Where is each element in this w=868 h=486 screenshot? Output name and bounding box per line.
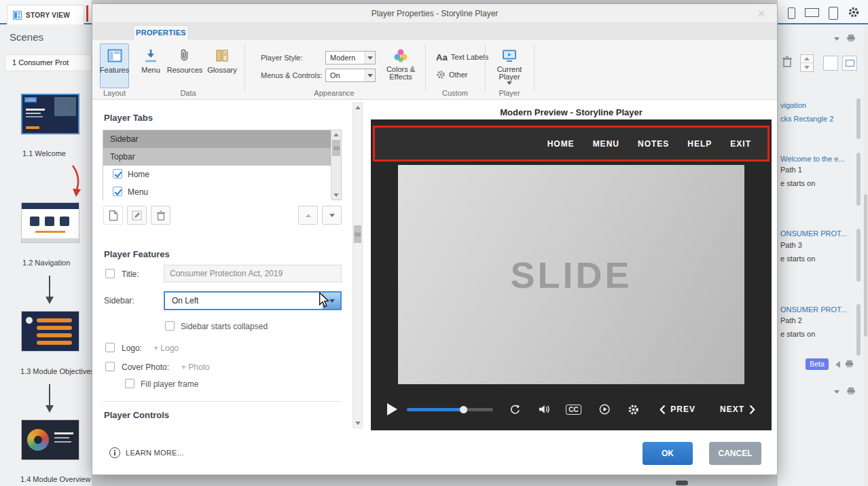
logo-label: Logo:	[122, 343, 142, 353]
circled-play-icon[interactable]	[599, 403, 610, 415]
window-scrollbar[interactable]	[863, 24, 868, 486]
scene-list-item[interactable]: 1 Consumer Prot	[5, 54, 92, 71]
add-logo-link[interactable]: + Logo	[153, 343, 179, 353]
slide-thumbnail-objectives[interactable]	[21, 311, 79, 352]
list-item-label: Home	[128, 170, 149, 179]
menu-icon	[143, 48, 159, 64]
panel-link[interactable]: ONSUMER PROT...	[780, 229, 847, 238]
seekbar[interactable]	[407, 408, 493, 411]
slide-thumbnail-navigation[interactable]	[21, 202, 79, 243]
story-view-label: STORY VIEW	[26, 12, 70, 19]
settings-gear-icon[interactable]	[848, 6, 860, 18]
add-photo-link[interactable]: + Photo	[181, 362, 210, 372]
quantity-stepper[interactable]	[800, 54, 814, 72]
other-button[interactable]: Other	[436, 69, 468, 81]
list-item-menu[interactable]: Menu	[103, 183, 332, 201]
panel-scroll-segment[interactable]	[856, 304, 861, 356]
volume-icon[interactable]	[539, 404, 549, 415]
title-input[interactable]	[164, 265, 342, 282]
scrollbar-handle[interactable]	[864, 194, 867, 337]
scroll-down-icon[interactable]	[353, 419, 362, 428]
printer-icon[interactable]	[846, 34, 856, 42]
panel-scroll-segment[interactable]	[856, 98, 861, 139]
next-button[interactable]: NEXT	[720, 405, 755, 415]
panel-scroll-segment[interactable]	[856, 229, 861, 282]
list-item-sidebar[interactable]: Sidebar	[103, 130, 332, 148]
thumb-art	[22, 203, 79, 209]
panel-link[interactable]: Welcome to the e...	[780, 155, 845, 163]
trash-icon[interactable]	[782, 56, 793, 67]
player-style-select[interactable]: Modern	[325, 51, 376, 64]
slide-thumbnail-welcome[interactable]: LOGO	[21, 94, 79, 134]
player-style-value: Modern	[330, 54, 355, 62]
desktop-preview-icon[interactable]	[805, 8, 819, 17]
glossary-button[interactable]: Glossary	[205, 43, 239, 88]
home-checkbox[interactable]	[113, 169, 122, 179]
slide-thumbnail-overview[interactable]	[21, 419, 79, 460]
title-checkbox[interactable]	[105, 269, 115, 278]
logo-checkbox[interactable]	[105, 343, 115, 352]
panel-link[interactable]: vigation	[780, 101, 806, 109]
preview-nav-help[interactable]: HELP	[687, 139, 712, 149]
collapse-triangle-icon[interactable]	[834, 388, 844, 396]
collapse-triangle-icon[interactable]	[834, 35, 844, 43]
delete-tab-button[interactable]	[151, 206, 170, 225]
stepper-down-icon[interactable]	[804, 66, 810, 69]
printer-icon[interactable]	[845, 360, 854, 368]
colors-effects-button[interactable]: Colors & Effects	[383, 43, 418, 88]
option-box[interactable]	[823, 56, 838, 71]
replay-icon[interactable]	[509, 403, 520, 415]
panel-link[interactable]: cks Rectangle 2	[780, 115, 833, 123]
scroll-down-icon[interactable]	[331, 191, 341, 200]
prev-button[interactable]: PREV	[659, 405, 695, 415]
preview-nav-exit[interactable]: EXIT	[730, 139, 751, 149]
move-up-button[interactable]	[298, 206, 318, 225]
dialog-titlebar: Player Properties - Storyline Player ×	[92, 4, 777, 23]
cancel-button[interactable]: CANCEL	[709, 442, 761, 465]
picture-option-box[interactable]	[842, 56, 857, 71]
tab-story-view[interactable]: STORY VIEW	[7, 5, 84, 24]
tablet-preview-icon[interactable]	[829, 7, 838, 20]
thumb-art	[60, 217, 69, 226]
panel-scroll-segment[interactable]	[856, 153, 861, 206]
current-player-label-2: Player	[497, 73, 522, 81]
scrollbar-handle[interactable]	[354, 225, 361, 243]
scroll-up-icon[interactable]	[331, 130, 341, 139]
cover-photo-checkbox[interactable]	[105, 362, 115, 371]
new-tab-button[interactable]	[103, 206, 123, 225]
printer-icon[interactable]	[846, 387, 856, 395]
resources-button[interactable]: Resources	[166, 43, 204, 88]
scroll-up-icon[interactable]	[353, 103, 362, 112]
ok-button[interactable]: OK	[643, 442, 693, 465]
panel-link[interactable]: ONSUMER PROT...	[780, 305, 847, 314]
features-button[interactable]: Features	[100, 43, 129, 88]
play-icon[interactable]	[387, 403, 397, 415]
learn-more-link[interactable]: LEARN MORE...	[109, 447, 184, 458]
edit-tab-button[interactable]	[127, 206, 147, 225]
preview-nav-menu[interactable]: MENU	[593, 139, 619, 149]
stepper-up-icon[interactable]	[804, 57, 810, 60]
list-item-home[interactable]: Home	[103, 166, 332, 183]
seekbar-knob[interactable]	[460, 406, 467, 413]
text-labels-button[interactable]: Aa Text Labels	[436, 51, 488, 63]
preview-nav-home[interactable]: HOME	[547, 139, 575, 149]
preview-nav-notes[interactable]: NOTES	[638, 139, 669, 149]
closed-captions-icon[interactable]: CC	[566, 405, 581, 415]
settings-gear-icon[interactable]	[628, 403, 639, 416]
tab-properties[interactable]: PROPERTIES	[133, 25, 189, 40]
close-icon[interactable]: ×	[754, 6, 769, 21]
move-down-button[interactable]	[322, 206, 342, 225]
sidebar-position-dropdown[interactable]: On Left	[164, 291, 342, 310]
list-item-topbar[interactable]: Topbar	[103, 148, 332, 166]
options-panel-scrollbar[interactable]	[352, 102, 363, 428]
current-player-button[interactable]: Current Player	[490, 43, 528, 88]
mini-left-triangle-icon[interactable]	[835, 361, 840, 368]
menu-button[interactable]: Menu	[137, 43, 164, 88]
menus-controls-select[interactable]: On	[325, 69, 376, 82]
scrollbar-handle[interactable]	[332, 140, 340, 156]
phone-preview-icon[interactable]	[788, 7, 795, 19]
list-scrollbar[interactable]	[331, 130, 341, 200]
menu-checkbox[interactable]	[113, 187, 122, 196]
sidebar-collapsed-checkbox[interactable]	[165, 321, 175, 331]
fill-frame-checkbox[interactable]	[125, 379, 134, 388]
